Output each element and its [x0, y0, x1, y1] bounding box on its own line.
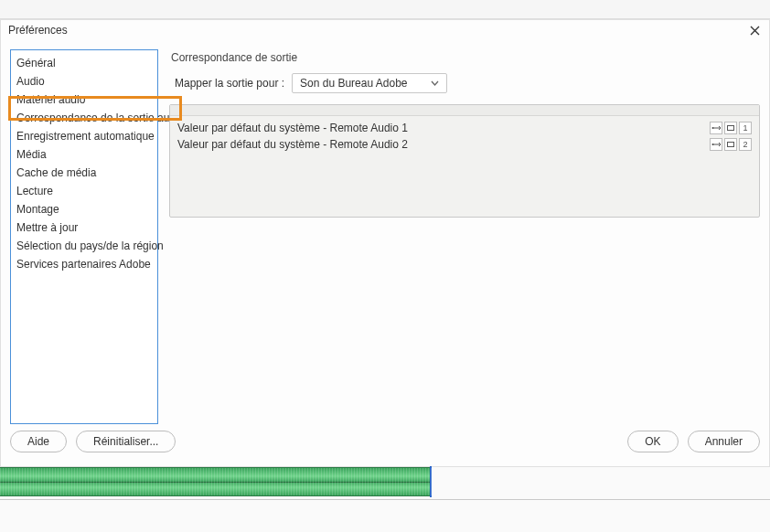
- svg-rect-1: [728, 126, 734, 131]
- audio-waveform[interactable]: [0, 467, 432, 496]
- output-row-label: Valeur par défaut du système - Remote Au…: [177, 122, 408, 134]
- sidebar-item-timeline[interactable]: Montage: [11, 200, 157, 218]
- output-row-controls: 2: [710, 138, 752, 151]
- route-left-icon[interactable]: [710, 122, 722, 134]
- dialog-body: Général Audio Matériel audio Corresponda…: [10, 49, 760, 419]
- app-top-bar: [0, 0, 770, 19]
- output-mapper-select[interactable]: Son du Bureau Adobe: [292, 73, 447, 93]
- help-button[interactable]: Aide: [10, 431, 67, 452]
- output-row-label: Valeur par défaut du système - Remote Au…: [177, 138, 408, 151]
- section-title: Correspondance de sortie: [171, 51, 760, 64]
- sidebar-item-media-cache[interactable]: Cache de média: [11, 164, 157, 182]
- panel-body: Valeur par défaut du système - Remote Au…: [170, 116, 759, 217]
- route-left-icon[interactable]: [710, 138, 722, 151]
- close-icon[interactable]: [747, 23, 762, 37]
- svg-point-2: [712, 144, 714, 145]
- mapper-row: Mapper la sortie pour : Son du Bureau Ad…: [175, 73, 760, 93]
- divider: [0, 499, 770, 500]
- ok-button[interactable]: OK: [627, 431, 678, 452]
- channel-number: 2: [739, 138, 752, 151]
- panel-header-strip: [170, 105, 759, 116]
- svg-point-0: [712, 127, 714, 129]
- output-mapper-value: Son du Bureau Adobe: [300, 77, 407, 90]
- preferences-dialog: Préférences Général Audio Matériel audio…: [0, 19, 770, 467]
- sidebar-item-audio-hardware[interactable]: Matériel audio: [11, 90, 157, 109]
- output-row: Valeur par défaut du système - Remote Au…: [177, 136, 752, 153]
- waveform-baseline: [0, 482, 432, 483]
- svg-rect-3: [728, 143, 734, 147]
- dialog-header: Préférences: [1, 20, 769, 40]
- mapper-label: Mapper la sortie pour :: [175, 77, 284, 90]
- sidebar-item-partner-services[interactable]: Services partenaires Adobe: [11, 255, 157, 273]
- sidebar-item-update[interactable]: Mettre à jour: [11, 218, 157, 237]
- sidebar-item-auto-save[interactable]: Enregistrement automatique: [11, 127, 157, 145]
- chevron-down-icon: [431, 80, 439, 86]
- output-channels-panel: Valeur par défaut du système - Remote Au…: [169, 104, 760, 218]
- sidebar-item-audio-output-mapping[interactable]: Correspondance de la sortie audio: [11, 109, 157, 127]
- output-row-controls: 1: [710, 122, 752, 134]
- dialog-footer: Aide Réinitialiser... OK Annuler: [10, 426, 760, 457]
- sidebar-item-audio[interactable]: Audio: [11, 72, 157, 90]
- playhead-marker[interactable]: [430, 466, 432, 497]
- cancel-button[interactable]: Annuler: [688, 431, 760, 452]
- dialog-title: Préférences: [8, 24, 68, 37]
- preferences-main: Correspondance de sortie Mapper la sorti…: [169, 49, 760, 419]
- output-row: Valeur par défaut du système - Remote Au…: [177, 120, 752, 136]
- sidebar-item-media[interactable]: Média: [11, 145, 157, 164]
- route-box-icon[interactable]: [724, 138, 737, 151]
- preferences-sidebar: Général Audio Matériel audio Corresponda…: [10, 49, 158, 424]
- sidebar-item-playback[interactable]: Lecture: [11, 182, 157, 200]
- sidebar-item-country-region[interactable]: Sélection du pays/de la région: [11, 237, 157, 255]
- reset-button[interactable]: Réinitialiser...: [76, 431, 176, 452]
- route-box-icon[interactable]: [724, 122, 737, 134]
- channel-number: 1: [739, 122, 752, 134]
- sidebar-item-general[interactable]: Général: [11, 54, 157, 72]
